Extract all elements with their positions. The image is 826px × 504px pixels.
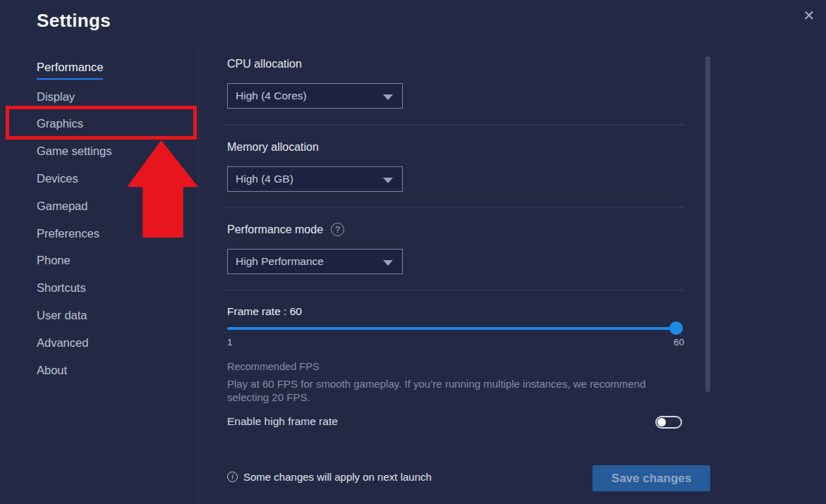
sidebar-item-label: User data <box>37 309 87 324</box>
footer-note-text: Some changes will apply on next launch <box>243 471 432 483</box>
sidebar-item-label: Phone <box>37 254 71 269</box>
high-frame-rate-label: Enable high frame rate <box>227 415 338 428</box>
page-title: Settings <box>37 10 111 32</box>
toggle-knob <box>657 418 666 426</box>
sidebar-item-label: Devices <box>37 172 78 187</box>
section-divider <box>224 290 684 291</box>
cpu-allocation-dropdown[interactable]: High (4 Cores) <box>227 83 403 109</box>
sidebar-item-label: Advanced <box>37 336 88 351</box>
frame-rate-min-label: 1 <box>227 337 233 348</box>
sidebar-item-about[interactable]: About <box>37 357 192 385</box>
sidebar-item-label: Game settings <box>37 145 111 159</box>
section-divider <box>224 207 684 208</box>
sidebar-item-label: Display <box>37 90 75 105</box>
sidebar-item-phone[interactable]: Phone <box>37 248 192 276</box>
frame-rate-max-label: 60 <box>674 337 684 348</box>
sidebar-item-advanced[interactable]: Advanced <box>37 330 192 357</box>
cpu-allocation-label: CPU allocation <box>227 58 302 70</box>
frame-rate-label: Frame rate : 60 <box>227 305 302 318</box>
performance-mode-label: Performance mode <box>227 223 323 236</box>
help-icon[interactable]: ? <box>331 223 344 236</box>
performance-mode-label-row: Performance mode ? <box>227 223 344 236</box>
info-icon: i <box>227 472 238 482</box>
high-frame-rate-toggle[interactable] <box>655 416 682 429</box>
memory-allocation-dropdown[interactable]: High (4 GB) <box>227 166 403 192</box>
cpu-allocation-value: High (4 Cores) <box>228 90 307 102</box>
section-divider <box>224 124 684 125</box>
chevron-down-icon <box>383 178 393 183</box>
sidebar-item-label: About <box>37 364 67 379</box>
save-changes-button[interactable]: Save changes <box>593 465 710 491</box>
chevron-down-icon <box>383 94 393 100</box>
frame-rate-slider-thumb[interactable] <box>669 321 683 335</box>
sidebar-item-performance[interactable]: Performance <box>37 56 192 84</box>
memory-allocation-value: High (4 GB) <box>228 173 293 185</box>
close-icon[interactable]: ✕ <box>799 6 819 25</box>
sidebar-item-user-data[interactable]: User data <box>37 302 192 330</box>
sidebar-item-label: Shortcuts <box>37 281 86 296</box>
footer-note: i Some changes will apply on next launch <box>227 471 432 483</box>
sidebar-divider <box>198 49 199 504</box>
sidebar-item-label: Performance <box>37 61 103 80</box>
sidebar-item-label: Preferences <box>37 227 99 242</box>
highlight-box <box>6 106 197 140</box>
scrollbar-thumb[interactable] <box>705 56 710 392</box>
settings-dialog: Settings ✕ Performance Display Graphics … <box>0 0 826 504</box>
sidebar-item-shortcuts[interactable]: Shortcuts <box>37 275 192 302</box>
recommended-fps-title: Recommended FPS <box>227 361 320 372</box>
performance-mode-value: High Performance <box>228 255 324 268</box>
sidebar-item-label: Gamepad <box>37 199 87 214</box>
performance-mode-dropdown[interactable]: High Performance <box>227 249 403 274</box>
chevron-down-icon <box>383 260 393 266</box>
memory-allocation-label: Memory allocation <box>227 141 319 154</box>
frame-rate-range: 1 60 <box>227 337 684 348</box>
frame-rate-slider[interactable] <box>227 327 683 330</box>
recommended-fps-description: Play at 60 FPS for smooth gameplay. If y… <box>227 378 675 404</box>
